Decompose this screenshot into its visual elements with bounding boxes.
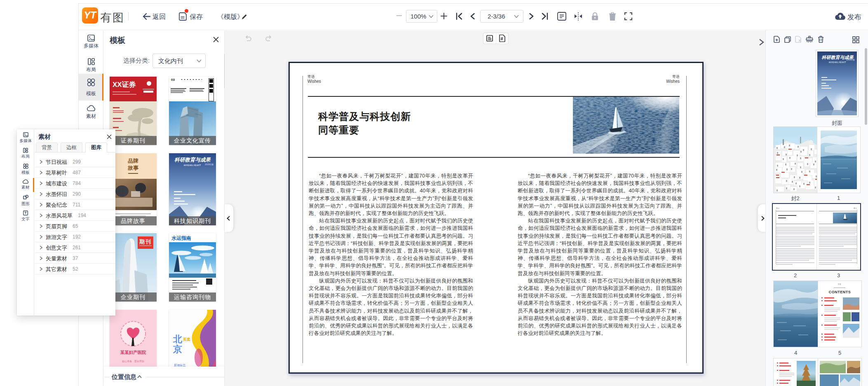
svg-text:#: #: [500, 36, 503, 41]
